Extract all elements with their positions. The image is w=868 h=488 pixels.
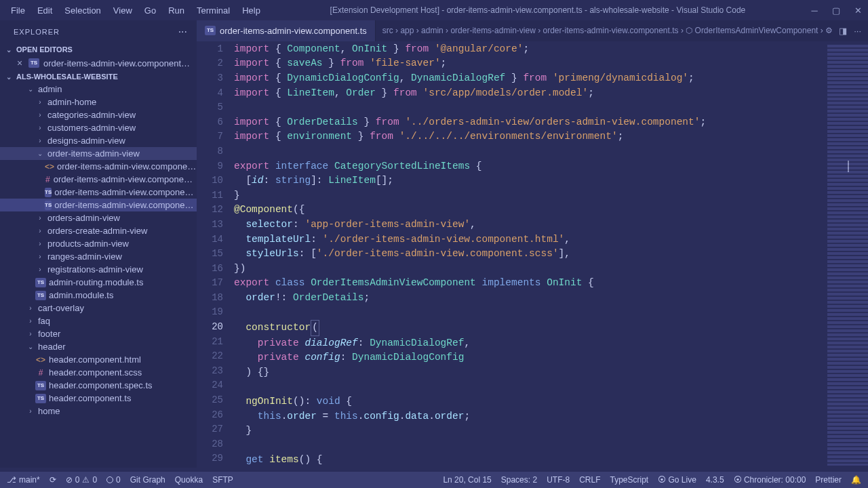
menu-run[interactable]: Run [163, 3, 190, 18]
status-encoding[interactable]: UTF-8 [547, 475, 570, 485]
tree-item[interactable]: › admin-home [0, 96, 197, 108]
status-gitgraph[interactable]: Git Graph [130, 475, 165, 485]
tree-item[interactable]: <> order-items-admin-view.compone… ● [0, 160, 197, 173]
status-prettier[interactable]: Prettier [815, 475, 842, 485]
tree-item[interactable]: TS header.component.spec.ts [0, 379, 197, 392]
status-language[interactable]: TypeScript [610, 475, 648, 485]
chevron-down-icon: ⌄ [4, 46, 14, 54]
status-branch[interactable]: ⎇ main* [7, 475, 40, 485]
tree-item[interactable]: › products-admin-view [0, 237, 197, 250]
tree-item[interactable]: › home [0, 405, 197, 418]
tree-item[interactable]: TS admin.module.ts [0, 289, 197, 302]
tree-item[interactable]: › registrations-admin-view [0, 263, 197, 276]
status-bar: ⎇ main* ⟳ ⊘ 0 ⚠ 0 0 Git Graph Quokka SFT… [0, 472, 868, 488]
code-content[interactable]: import { Component, OnInit } from '@angu… [234, 41, 868, 468]
menu-terminal[interactable]: Terminal [191, 3, 235, 18]
tree-item[interactable]: TS order-items-admin-view.compone… [0, 186, 197, 199]
tree-item[interactable]: › footer [0, 327, 197, 340]
tree-item[interactable]: › designs-admin-view [0, 134, 197, 147]
explorer-label: EXPLORER [14, 28, 60, 36]
tree-item[interactable]: › categories-admin-view [0, 108, 197, 121]
breadcrumb[interactable]: src › app › admin › order-items-admin-vi… [376, 26, 832, 35]
split-editor-icon[interactable]: ◨ [839, 26, 847, 36]
status-eol[interactable]: CRLF [579, 475, 600, 485]
tree-item[interactable]: TS order-items-admin-view.compone… [0, 199, 197, 211]
menu-selection[interactable]: Selection [59, 3, 106, 18]
status-position[interactable]: Ln 20, Col 15 [443, 475, 491, 485]
status-chronicler[interactable]: ⦿ Chronicler: 00:00 [734, 475, 806, 485]
close-icon[interactable]: ✕ [853, 5, 863, 16]
tree-item[interactable]: › ranges-admin-view [0, 250, 197, 263]
tree-item[interactable]: › orders-admin-view [0, 211, 197, 224]
open-editor-item[interactable]: × TS order-items-admin-view.component… [0, 56, 197, 70]
workspace-header[interactable]: ⌄ ALS-WHOLESALE-WEBSITE [0, 70, 197, 83]
tree-item[interactable]: TS header.component.ts [0, 392, 197, 405]
status-sftp[interactable]: SFTP [212, 475, 233, 485]
more-icon[interactable]: ··· [178, 26, 187, 38]
tree-item[interactable]: ⌄ header [0, 340, 197, 353]
tree-item[interactable]: # header.component.scss [0, 366, 197, 379]
tree-item[interactable]: <> header.component.html [0, 353, 197, 366]
code-editor[interactable]: 1234567891011121314151617181920212223242… [197, 41, 868, 468]
tree-item[interactable]: ⌄ order-items-admin-view [0, 147, 197, 160]
menu-view[interactable]: View [108, 3, 138, 18]
ts-file-icon: TS [28, 58, 39, 68]
status-spaces[interactable]: Spaces: 2 [501, 475, 537, 485]
minimap[interactable] [827, 43, 868, 466]
editor-tab[interactable]: TS order-items-admin-view.component.ts [197, 20, 376, 41]
menu-bar: File Edit Selection View Go Run Terminal… [5, 3, 266, 18]
tree-item[interactable]: › orders-create-admin-view [0, 224, 197, 237]
menu-file[interactable]: File [5, 3, 31, 18]
status-golive[interactable]: ⦿ Go Live [658, 475, 696, 485]
open-editors-header[interactable]: ⌄ OPEN EDITORS [0, 43, 197, 56]
status-sync[interactable]: ⟳ [50, 475, 56, 485]
tree-item[interactable]: TS admin-routing.module.ts [0, 276, 197, 289]
tree-item[interactable]: › customers-admin-view [0, 121, 197, 134]
status-bell-icon[interactable]: 🔔 [851, 475, 861, 485]
sidebar: EXPLORER ··· ⌄ OPEN EDITORS × TS order-i… [0, 20, 197, 468]
status-port[interactable]: 0 [106, 475, 121, 485]
menu-go[interactable]: Go [139, 3, 161, 18]
minimize-icon[interactable]: ─ [810, 5, 819, 16]
tree-item[interactable]: # order-items-admin-view.compone… [0, 173, 197, 186]
ts-file-icon: TS [205, 26, 216, 35]
tree-item[interactable]: › faq [0, 314, 197, 327]
maximize-icon[interactable]: ▢ [831, 5, 841, 16]
chevron-down-icon: ⌄ [4, 73, 14, 81]
file-tree: ⌄ admin› admin-home› categories-admin-vi… [0, 83, 197, 468]
menu-edit[interactable]: Edit [32, 3, 58, 18]
tree-item[interactable]: › cart-overlay [0, 302, 197, 314]
status-errors[interactable]: ⊘ 0 ⚠ 0 [66, 475, 97, 485]
status-quokka[interactable]: Quokka [175, 475, 203, 485]
status-version[interactable]: 4.3.5 [706, 475, 724, 485]
window-title: [Extension Development Host] - order-ite… [266, 5, 810, 15]
close-editor-icon[interactable]: × [15, 58, 24, 68]
tree-item[interactable]: ⌄ admin [0, 83, 197, 96]
more-actions-icon[interactable]: ··· [854, 26, 861, 36]
menu-help[interactable]: Help [237, 3, 266, 18]
